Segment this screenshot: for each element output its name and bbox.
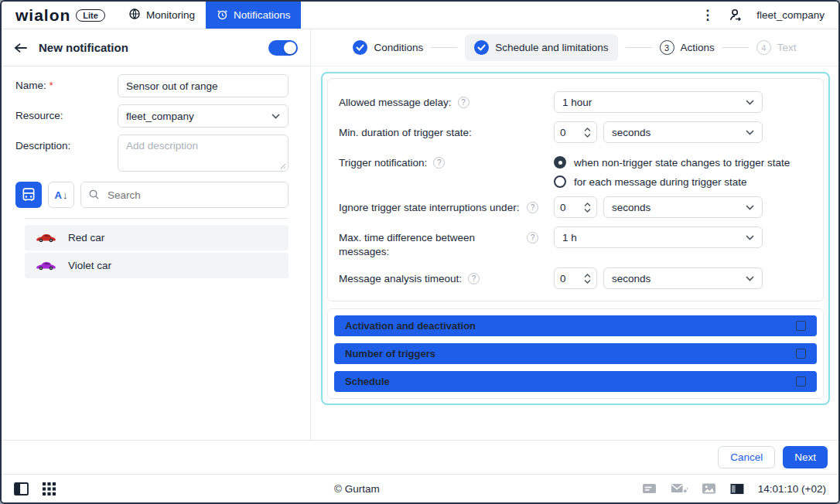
cancel-button[interactable]: Cancel (718, 446, 775, 468)
analysis-timeout-label: Message analysis timeout: (339, 272, 462, 286)
help-icon[interactable]: ? (468, 273, 480, 284)
form-row-ignore-interruptions: Ignore trigger state interruptions under… (339, 196, 812, 218)
section-bar-activation[interactable]: Activation and deactivation (334, 315, 817, 336)
sort-arrow-icon: ↓ (63, 189, 68, 201)
min-duration-unit-value: seconds (612, 127, 650, 138)
allowed-delay-select[interactable]: 1 hour (554, 91, 763, 113)
wizard-panel: Conditions Schedule and limitations 3 Ac… (311, 29, 838, 440)
allowed-delay-value: 1 hour (562, 97, 592, 108)
ignore-interruptions-number-input[interactable]: 0 (554, 196, 597, 218)
min-duration-number-input[interactable]: 0 (554, 121, 597, 143)
section-checkbox[interactable] (796, 376, 806, 387)
help-icon[interactable]: ? (458, 97, 470, 108)
status-bar: © Gurtam 14:01:10 (+02) (2, 474, 838, 502)
form-row-analysis-timeout: Message analysis timeout: ? 0 seconds (339, 267, 812, 289)
help-icon[interactable]: ? (527, 232, 538, 243)
mail-notify-icon[interactable] (671, 482, 688, 495)
step-connector (431, 47, 457, 48)
sort-button[interactable]: A↓ (48, 182, 74, 208)
radio-option-label: when non-trigger state changes to trigge… (574, 157, 790, 169)
lite-badge: Lite (76, 9, 105, 22)
form-row-min-duration: Min. duration of trigger state: 0 second… (339, 121, 812, 143)
wizard-stepper: Conditions Schedule and limitations 3 Ac… (311, 29, 838, 66)
unit-toolbar: A↓ (15, 182, 289, 208)
radio-option-each-message[interactable]: for each message during trigger state (554, 175, 790, 188)
step-schedule-label: Schedule and limitations (495, 42, 608, 53)
form-row-trigger-notification: Trigger notification: ? when non-trigger… (339, 152, 812, 188)
step-text[interactable]: 4 Text (756, 40, 797, 55)
max-time-difference-select[interactable]: 1 h (554, 226, 763, 248)
description-textarea[interactable] (118, 135, 289, 172)
sections-card: Activation and deactivation Number of tr… (327, 308, 824, 399)
unit-list: Red car Violet car (25, 225, 289, 278)
limitations-form-card: Allowed message delay: ? 1 hour Mi (327, 78, 824, 301)
resource-label: Resource: (15, 104, 118, 128)
notification-enabled-toggle[interactable] (268, 40, 298, 56)
bus-icon (21, 187, 36, 203)
trigger-notification-label: Trigger notification: (339, 156, 427, 170)
chevron-down-icon (746, 130, 754, 135)
card-icon[interactable] (642, 482, 657, 495)
apps-grid-icon[interactable] (43, 482, 56, 495)
violet-car-icon (36, 261, 56, 271)
unit-name: Red car (68, 232, 104, 243)
notification-panel-body: Name: * Resource: fleet_company Descript… (2, 66, 310, 281)
panel-icon[interactable] (730, 483, 744, 495)
search-input[interactable] (80, 182, 289, 208)
toggle-knob (284, 42, 296, 54)
step-conditions-label: Conditions (374, 42, 423, 53)
user-name[interactable]: fleet_company (756, 9, 825, 21)
resize-grip-icon[interactable] (280, 163, 286, 169)
clock-time: 14:01:10 (+02) (758, 483, 826, 495)
section-label: Activation and deactivation (345, 320, 476, 332)
wizard-footer: Cancel Next (2, 440, 838, 474)
check-circle-icon (353, 40, 367, 55)
chevron-down-icon (746, 205, 754, 210)
min-duration-unit-select[interactable]: seconds (603, 121, 763, 143)
section-bar-schedule[interactable]: Schedule (334, 371, 817, 392)
ignore-interruptions-unit-select[interactable]: seconds (603, 196, 763, 218)
step-schedule-and-limitations[interactable]: Schedule and limitations (465, 34, 617, 61)
analysis-timeout-unit-value: seconds (612, 273, 650, 284)
top-bar-right: ⋮ fleet_company (701, 2, 838, 29)
unit-row-red-car[interactable]: Red car (25, 225, 289, 250)
radio-option-state-change[interactable]: when non-trigger state changes to trigge… (554, 156, 790, 169)
spinner-arrows-icon (584, 202, 591, 213)
tab-monitoring-label: Monitoring (146, 9, 195, 21)
kebab-menu-icon[interactable]: ⋮ (701, 9, 714, 22)
section-checkbox[interactable] (796, 321, 806, 331)
ignore-interruptions-label: Ignore trigger state interruptions under… (339, 201, 519, 215)
analysis-timeout-unit-select[interactable]: seconds (603, 267, 763, 289)
person-switch-icon[interactable] (728, 8, 743, 22)
red-car-icon (36, 233, 56, 243)
help-icon[interactable]: ? (433, 157, 445, 169)
unit-type-button[interactable] (15, 182, 42, 208)
list-divider (25, 218, 289, 219)
step-actions[interactable]: 3 Actions (660, 40, 715, 55)
sidebar-toggle-icon[interactable] (14, 482, 29, 495)
main-area: New notification Name: * Resource: fleet… (2, 29, 838, 440)
radio-unselected-icon (554, 175, 566, 188)
required-asterisk: * (50, 80, 53, 91)
ignore-interruptions-value: 0 (560, 202, 566, 213)
name-input[interactable] (118, 74, 289, 97)
section-bar-number-of-triggers[interactable]: Number of triggers (334, 343, 817, 364)
analysis-timeout-number-input[interactable]: 0 (554, 267, 597, 289)
next-button[interactable]: Next (783, 446, 828, 468)
allowed-delay-label: Allowed message delay: (339, 96, 452, 110)
image-icon[interactable] (702, 482, 716, 495)
section-checkbox[interactable] (796, 349, 806, 359)
min-duration-value: 0 (560, 127, 566, 138)
tab-notifications[interactable]: Notifications (206, 2, 302, 29)
spinner-arrows-icon (584, 127, 591, 138)
alarm-clock-icon (217, 9, 228, 22)
help-icon[interactable]: ? (527, 202, 538, 213)
back-arrow-icon[interactable] (14, 42, 28, 54)
resource-select[interactable]: fleet_company (118, 104, 289, 128)
step-conditions[interactable]: Conditions (353, 40, 423, 55)
tab-monitoring[interactable]: Monitoring (118, 2, 206, 29)
top-bar: wialon Lite Monitoring Notifications ⋮ f… (2, 2, 838, 29)
step-connector (722, 47, 749, 48)
step-number-circle: 4 (756, 40, 771, 55)
unit-row-violet-car[interactable]: Violet car (25, 253, 289, 278)
